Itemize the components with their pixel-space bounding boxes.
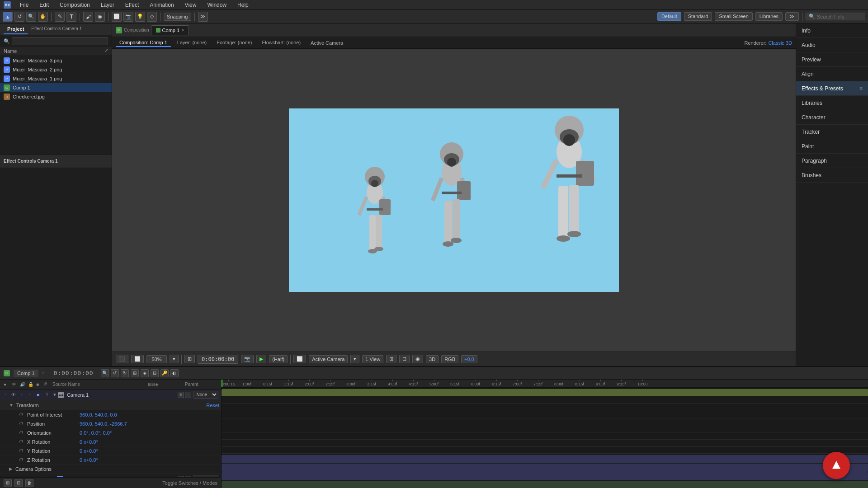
null-tool[interactable]: ◇ (147, 12, 157, 22)
layer-row-2[interactable]: · 👁 · · ■ 2 ▶ P Mujer_Máscara_1.png ⊞ / (0, 474, 221, 477)
workspace-libraries[interactable]: Libraries (755, 12, 783, 21)
track-layer3[interactable] (222, 462, 868, 471)
light-tool[interactable]: 💡 (135, 12, 145, 22)
right-panel-brushes[interactable]: Brushes (796, 168, 868, 183)
project-tab[interactable]: Project (4, 24, 28, 34)
right-panel-tracker[interactable]: Tracker (796, 125, 868, 139)
right-panel-info[interactable]: Info (796, 23, 868, 38)
poi-stopwatch-icon[interactable]: ⏱ (18, 412, 24, 418)
track-layer2[interactable] (222, 454, 868, 462)
menu-help[interactable]: Help (236, 2, 250, 8)
camera-tool[interactable]: 📷 (123, 12, 133, 22)
renderer-value[interactable]: Classic 3D (768, 40, 792, 46)
layer-row-camera[interactable]: · 👁 · · ■ 1 ▼ 📷 Camera 1 ⊞ · None (0, 389, 221, 400)
list-item[interactable]: P Mujer_Máscara_3.png (0, 56, 112, 65)
right-panel-libraries[interactable]: Libraries (796, 96, 868, 110)
view-count[interactable]: 1 View (362, 355, 383, 363)
layer-switch-1[interactable]: ⊞ (178, 392, 184, 398)
prop-row-orientation[interactable]: ⏱ Orientation 0.0°, 0.0°, 0.0° (0, 428, 221, 437)
mask-btn[interactable]: ◉ (412, 355, 423, 363)
comp-viewer[interactable] (112, 49, 796, 352)
timeline-ctrl-5[interactable]: ⊟ (151, 369, 159, 377)
yrot-value[interactable]: 0 x+0.0° (80, 448, 98, 454)
comp-tab-comp1[interactable]: Comp 1 × (151, 25, 189, 35)
workspace-standard[interactable]: Standard (684, 12, 712, 21)
zoom-to-fit-btn[interactable]: ⬜ (131, 355, 144, 363)
3d-btn[interactable]: 3D (426, 355, 439, 363)
new-comp-btn[interactable]: ⊞ (4, 479, 12, 487)
playhead[interactable] (222, 380, 222, 388)
camera-btn[interactable]: 📷 (241, 355, 254, 363)
layer-switch-2[interactable]: · (185, 392, 191, 398)
list-item[interactable]: C Comp 1 (0, 83, 112, 92)
timeline-search-icon[interactable]: 🔍 (101, 369, 109, 377)
right-panel-character[interactable]: Character (796, 110, 868, 125)
prop-row-cam-options[interactable]: ▶ Camera Options (0, 465, 221, 474)
timeline-ctrl-3[interactable]: ⊞ (131, 369, 139, 377)
timeline-ctrl-6[interactable]: 🔑 (160, 369, 169, 377)
timeline-ctrl-2[interactable]: ↻ (121, 369, 129, 377)
workspace-default[interactable]: Default (657, 12, 681, 21)
prop-row-yrot[interactable]: ⏱ Y Rotation 0 x+0.0° (0, 446, 221, 455)
timeline-timecode-display[interactable]: 0:00:00:00 (50, 368, 97, 378)
toggle-switches-label[interactable]: Toggle Switches / Modes (162, 480, 217, 486)
reset-exposure-btn[interactable]: ⬛ (116, 355, 128, 363)
right-panel-effects-presets[interactable]: Effects & Presets ≡ (796, 81, 868, 96)
poi-value[interactable]: 960.0, 540.0, 0.0 (80, 412, 117, 418)
timeline-ctrl-7[interactable]: ◐ (170, 369, 179, 377)
viewer-tab-layer[interactable]: Layer: (none) (174, 39, 210, 47)
comp-viewer-toggle[interactable]: ⬜ (293, 355, 306, 363)
snapping-btn[interactable]: Snapping (164, 13, 191, 21)
layer-lock-btn[interactable]: · (26, 391, 33, 399)
position-stopwatch-icon[interactable]: ⏱ (18, 421, 24, 427)
zoom-display[interactable]: 50% (146, 355, 167, 363)
guide-btn[interactable]: ⊟ (399, 355, 410, 363)
right-panel-paint[interactable]: Paint (796, 139, 868, 154)
orientation-stopwatch-icon[interactable]: ⏱ (18, 430, 24, 436)
menu-effect[interactable]: Effect (123, 2, 141, 8)
right-panel-preview[interactable]: Preview (796, 52, 868, 67)
effect-controls-tab[interactable]: Effect Controls Camera 1 (28, 24, 85, 34)
expand-column-icon[interactable]: ⤢ (101, 47, 112, 56)
timeline-settings-icon[interactable]: ≡ (42, 371, 45, 375)
extra-tools[interactable]: ≫ (198, 12, 208, 22)
timeline-ctrl-1[interactable]: ↺ (111, 369, 119, 377)
viewer-tab-footage[interactable]: Footage: (none) (213, 39, 255, 47)
channel-btn[interactable]: RGB (441, 355, 458, 363)
timecode-display[interactable]: 0:00:00:00 (198, 355, 238, 364)
quality-select[interactable]: (Half) (269, 355, 288, 363)
menu-window[interactable]: Window (205, 2, 228, 8)
layer-expand-icon[interactable]: ▼ (52, 392, 57, 397)
new-layer-btn[interactable]: ⊟ (14, 479, 23, 487)
layer-solo-btn[interactable]: · (2, 391, 9, 399)
timeline-comp-tab[interactable]: Comp 1 (14, 370, 38, 377)
zoom-dropdown-icon[interactable]: ▾ (170, 355, 179, 363)
list-item[interactable]: J Checkered.jpg (0, 92, 112, 101)
delete-layer-btn[interactable]: 🗑 (25, 479, 33, 487)
menu-composition[interactable]: Composition (58, 2, 92, 8)
right-panel-paragraph[interactable]: Paragraph (796, 154, 868, 168)
workspace-small-screen[interactable]: Small Screen (715, 12, 752, 21)
right-panel-audio[interactable]: Audio (796, 38, 868, 52)
search-input[interactable] (817, 14, 862, 19)
view-dropdown[interactable]: ▾ (350, 355, 359, 363)
view-mode-display[interactable]: Active Camera (309, 355, 348, 363)
prop-row-poi[interactable]: ⏱ Point of Interest 960.0, 540.0, 0.0 (0, 410, 221, 419)
layer-vis-btn[interactable]: 👁 (10, 391, 17, 399)
text-tool[interactable]: T (66, 12, 76, 22)
reset-label[interactable]: Reset (206, 403, 219, 408)
zrot-stopwatch-icon[interactable]: ⏱ (18, 457, 24, 463)
viewer-tab-comp[interactable]: Composition: Comp 1 (116, 39, 171, 47)
play-btn[interactable]: ▶ (256, 355, 266, 363)
track-layer5[interactable] (222, 479, 868, 488)
track-layer4[interactable] (222, 471, 868, 479)
prop-row-zrot[interactable]: ⏱ Z Rotation 0 x+0.0° (0, 455, 221, 465)
close-tab-icon[interactable]: × (181, 28, 184, 33)
workspace-more[interactable]: ≫ (785, 12, 799, 21)
parent-select-camera[interactable]: None (193, 391, 218, 399)
viewer-tab-flowchart[interactable]: Flowchart: (none) (259, 39, 305, 47)
list-item[interactable]: P Mujer_Máscara_2.png (0, 65, 112, 74)
paint-tool[interactable]: 🖌 (83, 12, 93, 22)
timeline-ctrl-4[interactable]: ◈ (141, 369, 149, 377)
hand-tool[interactable]: ✋ (38, 12, 48, 22)
